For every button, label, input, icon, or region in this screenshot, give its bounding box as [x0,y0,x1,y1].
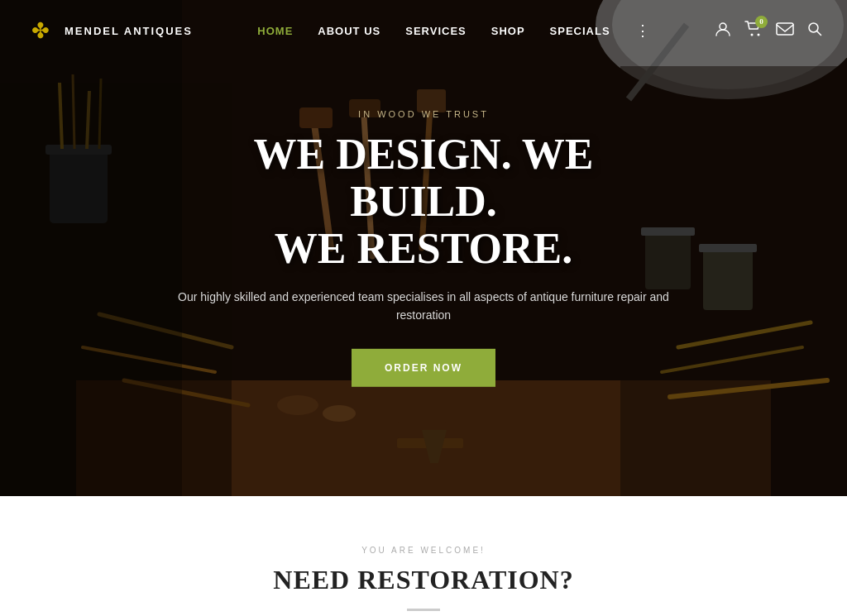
site-header: ✤ MENDEL ANTIQUES HOME ABOUT US SERVICES… [0,0,847,61]
nav-more-icon[interactable]: ⋮ [635,23,650,38]
nav-specials[interactable]: SPECIALS [550,25,610,37]
nav-services[interactable]: SERVICES [405,25,467,37]
hero-title-line2: WE RESTORE. [275,225,572,272]
nav-shop[interactable]: SHOP [491,25,525,37]
mail-icon[interactable] [776,22,794,40]
hero-content: IN WOOD WE TRUST WE DESIGN. WE BUILD. WE… [175,109,672,387]
svg-point-39 [720,23,726,30]
nav-home[interactable]: HOME [257,25,293,37]
section-divider [407,609,440,611]
nav-about[interactable]: ABOUT US [318,25,380,37]
search-icon[interactable] [807,21,822,41]
hero-title: WE DESIGN. WE BUILD. WE RESTORE. [175,131,672,273]
main-nav: HOME ABOUT US SERVICES SHOP SPECIALS ⋮ [257,23,649,38]
header-icons: 0 [715,21,822,41]
svg-rect-37 [0,0,182,496]
hero-subtitle: Our highly skilled and experienced team … [175,287,672,324]
svg-point-41 [757,33,759,36]
cart-icon[interactable]: 0 [744,21,763,41]
below-fold-section: YOU ARE WELCOME! NEED RESTORATION? [0,496,847,616]
svg-rect-42 [777,23,793,35]
svg-text:✤: ✤ [31,19,50,43]
svg-point-40 [750,33,753,36]
hero-title-line1: WE DESIGN. WE BUILD. [254,131,594,225]
section-eyebrow: YOU ARE WELCOME! [17,546,830,555]
hero-section: ✤ MENDEL ANTIQUES HOME ABOUT US SERVICES… [0,0,847,496]
logo-icon: ✤ [25,15,56,46]
logo-text: MENDEL ANTIQUES [65,25,193,37]
user-icon[interactable] [715,21,731,41]
cart-badge: 0 [755,16,768,28]
section-title: NEED RESTORATION? [17,565,830,595]
hero-eyebrow: IN WOOD WE TRUST [175,109,672,119]
svg-line-44 [816,31,821,35]
logo-area[interactable]: ✤ MENDEL ANTIQUES [25,15,193,46]
order-now-button[interactable]: ORDER NOW [352,349,495,387]
